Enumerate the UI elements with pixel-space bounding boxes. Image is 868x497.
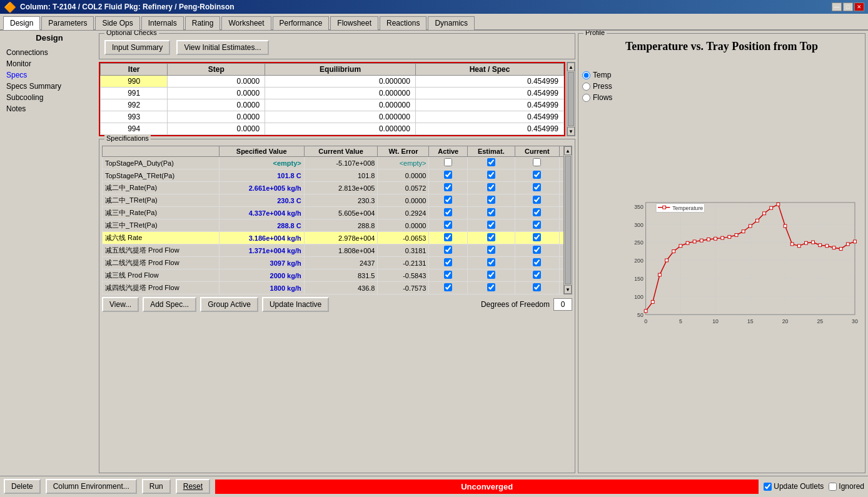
specs-scrollbar[interactable]: ▲ ▼ [563,146,572,294]
minimize-button[interactable]: — [832,3,842,11]
spec-specified-value: 230.3 C [219,194,304,207]
left-panel-title: Design [3,33,96,43]
spec-estimate-checkbox[interactable] [467,232,515,244]
specifications-section: Specifications Specified ValueCurrent Va… [99,139,575,473]
spec-current-checkbox[interactable] [515,269,559,282]
spec-current-checkbox[interactable] [515,232,559,244]
spec-estimate-checkbox[interactable] [467,207,515,219]
spec-name: TopStagePA_TRet(Pa) [103,169,220,182]
bottom-bar: Delete Column Environment... Run Reset U… [0,476,868,496]
tab-rating[interactable]: Rating [185,16,221,30]
spec-current-checkbox[interactable] [515,219,559,232]
iter-table: IterStepEquilibriumHeat / Spec 9900.0000… [100,63,564,135]
spec-active-checkbox[interactable] [429,219,467,232]
maximize-button[interactable]: □ [843,3,853,11]
spec-current-checkbox[interactable] [515,207,559,219]
spec-current-checkbox[interactable] [515,194,559,207]
spec-estimate-checkbox[interactable] [467,169,515,182]
spec-current-checkbox[interactable] [515,182,559,194]
run-button[interactable]: Run [142,479,171,494]
scroll-up-btn[interactable]: ▲ [567,63,575,71]
spec-wt-error: -0.0653 [378,232,429,244]
radio-press[interactable] [582,83,590,91]
delete-button[interactable]: Delete [4,479,41,494]
spec-current-value: 1.808e+004 [304,244,378,257]
spec-current-checkbox[interactable] [515,244,559,257]
left-nav-specs-summary[interactable]: Specs Summary [3,81,96,92]
spec-name: 减四线汽提塔 Prod Flow [103,282,220,294]
specs-scroll-down[interactable]: ▼ [564,285,572,294]
specs-scroll-thumb[interactable] [565,156,571,284]
close-button[interactable]: ✕ [854,3,864,11]
spec-active-checkbox[interactable] [429,194,467,207]
column-environment-button[interactable]: Column Environment... [46,479,137,494]
spec-estimate-checkbox[interactable] [467,244,515,257]
radio-temp[interactable] [582,71,590,79]
tab-internals[interactable]: Internals [141,16,184,30]
left-nav-notes[interactable]: Notes [3,103,96,114]
spec-active-checkbox[interactable] [429,157,467,169]
spec-estimate-checkbox[interactable] [467,282,515,294]
view-button[interactable]: View... [102,297,139,312]
svg-rect-39 [714,237,717,240]
svg-rect-37 [700,239,704,242]
spec-active-checkbox[interactable] [429,207,467,219]
spec-active-checkbox[interactable] [429,257,467,269]
svg-rect-49 [784,224,787,228]
tab-worksheet[interactable]: Worksheet [221,16,271,30]
reset-button[interactable]: Reset [176,479,210,494]
left-nav-monitor[interactable]: Monitor [3,58,96,69]
spec-current-checkbox[interactable] [515,282,559,294]
spec-active-checkbox[interactable] [429,282,467,294]
profile-group-label: Profile [583,31,607,36]
spec-current-checkbox[interactable] [515,169,559,182]
tab-design[interactable]: Design [3,16,40,30]
spec-estimate-checkbox[interactable] [467,182,515,194]
left-nav-specs[interactable]: Specs [3,69,96,81]
title-bar: 🔶 Column: T-2104 / COL2 Fluid Pkg: Refin… [0,0,868,14]
view-initial-estimates-button[interactable]: View Initial Estimates... [176,40,268,55]
svg-text:30: 30 [852,318,858,324]
spec-wt-error: 0.0000 [378,194,429,207]
iter-cell: 0.000000 [265,76,416,88]
tab-performance[interactable]: Performance [273,16,330,30]
optional-checks-group: Optional Checks Input Summary View Initi… [99,33,575,59]
tab-reactions[interactable]: Reactions [380,16,426,30]
spec-active-checkbox[interactable] [429,269,467,282]
spec-active-checkbox[interactable] [429,232,467,244]
specs-col: Specified Value [219,146,304,157]
specs-scroll-up[interactable]: ▲ [564,146,572,155]
spec-estimate-checkbox[interactable] [467,219,515,232]
input-summary-button[interactable]: Input Summary [104,40,170,55]
tab-side-ops[interactable]: Side Ops [95,16,139,30]
spec-active-checkbox[interactable] [429,182,467,194]
scroll-thumb[interactable] [568,72,574,126]
svg-text:15: 15 [747,318,754,324]
iter-row: 9900.00000.0000000.454999 [101,76,564,88]
spec-current-checkbox[interactable] [515,257,559,269]
iter-scrollbar[interactable]: ▲ ▼ [567,62,575,136]
update-outlets-checkbox[interactable] [764,483,772,491]
add-spec-button[interactable]: Add Spec... [143,297,196,312]
iter-cell: 0.000000 [265,99,416,111]
tab-dynamics[interactable]: Dynamics [428,16,475,30]
svg-text:50: 50 [637,312,643,318]
tab-flowsheet[interactable]: Flowsheet [330,16,378,30]
spec-estimate-checkbox[interactable] [467,257,515,269]
svg-rect-56 [832,246,835,249]
spec-estimate-checkbox[interactable] [467,157,515,169]
left-nav-connections[interactable]: Connections [3,47,96,58]
spec-estimate-checkbox[interactable] [467,194,515,207]
scroll-down-btn[interactable]: ▼ [567,127,575,136]
group-active-button[interactable]: Group Active [200,297,258,312]
update-inactive-button[interactable]: Update Inactive [262,297,329,312]
spec-active-checkbox[interactable] [429,169,467,182]
spec-current-checkbox[interactable] [515,157,559,169]
ignored-checkbox[interactable] [829,483,837,491]
radio-flows[interactable] [582,94,590,102]
left-nav-subcooling[interactable]: Subcooling [3,92,96,103]
spec-active-checkbox[interactable] [429,244,467,257]
tab-parameters[interactable]: Parameters [41,16,94,30]
spec-estimate-checkbox[interactable] [467,269,515,282]
iter-row: 9940.00000.0000000.454999 [101,123,564,135]
